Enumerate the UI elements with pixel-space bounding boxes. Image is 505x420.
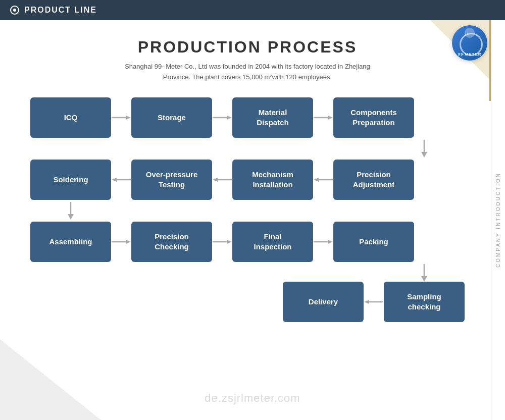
svg-marker-12 [314,178,319,182]
arrow-storage-dispatch [212,114,232,122]
process-step-icq: ICQ [30,97,111,138]
process-step-mechanism-inst: MechanismInstallation [232,160,313,200]
svg-marker-10 [213,178,218,182]
process-step-assembling: Assembling [30,222,111,262]
v-arrow-box [384,140,465,158]
svg-marker-23 [421,276,427,282]
arrow-assembling-precision [111,238,131,246]
process-step-delivery: Delivery [283,282,364,322]
arrow-sampling-delivery [364,298,384,306]
header-title: PRODUCT LINE [24,6,97,15]
process-step-soldering: Soldering [30,160,111,200]
svg-marker-15 [68,214,74,220]
page-title: PRODUCTION PROCESS [15,38,480,57]
svg-marker-3 [227,116,232,120]
process-step-packing: Packing [333,222,414,262]
process-step-sampling-checking: Samplingchecking [384,282,465,322]
triangle-decoration-bottom [0,339,101,420]
main-content: PRODUCTION PROCESS Shanghai 99- Meter Co… [0,20,505,332]
process-row-1: ICQ Storage MaterialDispatch ComponentsP… [30,95,465,140]
svg-marker-24 [364,300,369,304]
header-bar: PRODUCT LINE [0,0,505,20]
process-step-final-inspection: FinalInspection [232,222,313,262]
process-row-2: Soldering Over-pressureTesting Mechanism… [30,158,465,202]
svg-marker-19 [227,240,232,244]
arrow-down-components-to-precision [30,140,465,158]
arrow-icq-storage [111,114,131,122]
arrow-down-packing-to-sampling [30,264,465,282]
process-diagram: ICQ Storage MaterialDispatch ComponentsP… [30,95,465,322]
process-step-storage: Storage [131,97,212,138]
process-row-4: Delivery Samplingchecking [30,282,465,322]
arrow-mechanism-testing [212,176,232,184]
process-step-precision-check: PrecisionChecking [131,222,212,262]
process-step-precision-adj: PrecisionAdjustment [333,160,414,200]
header-icon [10,6,19,15]
arrow-dispatch-components [313,114,333,122]
svg-marker-17 [126,240,131,244]
page-subtitle: Shanghai 99- Meter Co., Ltd was founded … [15,62,480,83]
svg-marker-21 [328,240,333,244]
arrow-down-soldering-to-assembling [30,202,465,220]
svg-marker-1 [126,116,131,120]
process-step-material-dispatch: MaterialDispatch [232,97,313,138]
process-row-3: Assembling PrecisionChecking FinalInspec… [30,220,465,264]
process-step-over-pressure: Over-pressureTesting [131,160,212,200]
process-step-components-prep: ComponentsPreparation [333,97,414,138]
arrow-final-packing [313,238,333,246]
svg-marker-5 [328,116,333,120]
arrow-precision-mechanism [313,176,333,184]
arrow-precision-final [212,238,232,246]
svg-marker-7 [421,152,427,158]
arrow-testing-soldering [111,176,131,184]
svg-marker-8 [112,178,117,182]
watermark: de.zsjrlmeter.com [205,392,300,405]
